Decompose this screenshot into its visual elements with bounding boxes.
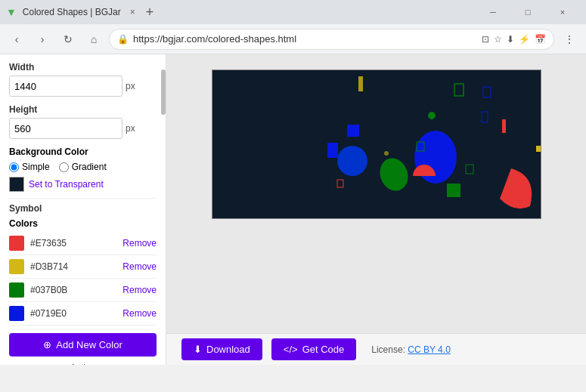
color-left-2: #037B0B: [9, 282, 67, 298]
main-content: ⬇ Download </> Get Code License: CC BY 4…: [166, 54, 586, 365]
remove-color-0[interactable]: Remove: [122, 238, 157, 248]
color-left-1: #D3B714: [9, 259, 68, 274]
minimize-button[interactable]: ─: [476, 0, 510, 24]
download-label: Download: [206, 344, 250, 355]
color-row-0: #E73635 Remove: [9, 232, 157, 255]
forward-button[interactable]: ›: [32, 29, 53, 50]
close-button[interactable]: ×: [545, 0, 580, 24]
width-input[interactable]: [9, 76, 122, 97]
svg-rect-13: [347, 125, 359, 137]
home-button[interactable]: ⌂: [83, 29, 104, 50]
color-row-1: #D3B714 Remove: [9, 255, 157, 279]
color-row-2: #037B0B Remove: [9, 279, 157, 302]
color-row-3: #0719E0 Remove: [9, 302, 157, 326]
color-dot-2[interactable]: [9, 282, 24, 298]
tab-title: Colored Shapes | BGJar: [23, 7, 121, 17]
color-hex-0: #E73635: [30, 238, 67, 248]
svg-rect-8: [327, 143, 338, 158]
svg-point-16: [428, 112, 436, 119]
colors-label: Colors: [9, 218, 157, 229]
height-input-row: px: [9, 118, 157, 139]
gradient-radio-input[interactable]: [59, 162, 69, 172]
width-group: Width px: [9, 62, 157, 97]
remove-color-2[interactable]: Remove: [122, 285, 157, 295]
back-button[interactable]: ‹: [6, 29, 27, 50]
gradient-radio[interactable]: Gradient: [59, 162, 107, 172]
new-tab-button[interactable]: +: [146, 5, 154, 20]
height-unit: px: [126, 123, 135, 134]
license-link[interactable]: CC BY 4.0: [408, 344, 450, 355]
canvas-svg: [212, 70, 541, 219]
svg-rect-1: [454, 84, 464, 96]
svg-point-15: [384, 151, 389, 156]
gradient-label: Gradient: [72, 162, 107, 172]
svg-point-6: [337, 146, 367, 176]
cast-icon: ⊡: [482, 34, 489, 45]
maximize-button[interactable]: □: [510, 0, 545, 24]
color-dot-3[interactable]: [9, 306, 24, 321]
simple-radio-input[interactable]: [9, 162, 19, 172]
bg-radio-row: Simple Gradient: [9, 162, 157, 172]
add-color-label: Add New Color: [56, 339, 122, 350]
colors-section: Colors #E73635 Remove #D3B714 Remove #: [9, 218, 157, 357]
star-icon[interactable]: ☆: [494, 34, 502, 45]
height-label: Height: [9, 104, 157, 115]
add-color-icon: ⊕: [43, 339, 51, 350]
address-bar: ‹ › ↻ ⌂ 🔒 https://bgjar.com/colored-shap…: [0, 24, 586, 54]
get-code-button[interactable]: </> Get Code: [271, 338, 356, 360]
scrollbar-thumb[interactable]: [161, 69, 166, 115]
reload-button[interactable]: ↻: [57, 29, 79, 50]
code-label: Get Code: [302, 344, 345, 355]
url-text: https://bgjar.com/colored-shapes.html: [133, 33, 474, 45]
color-dot-1[interactable]: [9, 259, 24, 274]
svg-rect-2: [502, 119, 506, 133]
color-left-3: #0719E0: [9, 306, 67, 321]
transparent-label: Set to Transparent: [29, 179, 104, 190]
app-container: Width px Height px Background Color Simp…: [0, 54, 586, 365]
height-input[interactable]: [9, 118, 122, 139]
svg-rect-12: [337, 180, 343, 187]
bg-color-section: Background Color Simple Gradient Set to …: [9, 147, 157, 192]
color-left-0: #E73635: [9, 236, 67, 251]
simple-radio[interactable]: Simple: [9, 162, 50, 172]
bg-color-swatch: [9, 177, 24, 192]
window-controls: ─ □ ×: [476, 0, 580, 24]
extension-icon: ⚡: [519, 34, 530, 45]
favicon: ▼: [6, 6, 17, 18]
symbol-section-title: Symbol: [9, 198, 157, 217]
code-icon: </>: [284, 344, 298, 355]
license-prefix: License:: [371, 344, 405, 355]
download-status-icon: ⬇: [507, 34, 514, 45]
calendar-icon: 📅: [535, 34, 546, 45]
svg-rect-3: [536, 146, 541, 152]
security-icon: 🔒: [117, 34, 129, 45]
download-icon: ⬇: [194, 344, 202, 355]
tab-close-btn[interactable]: ×: [130, 7, 135, 17]
remove-color-1[interactable]: Remove: [122, 261, 157, 272]
add-color-button[interactable]: ⊕ Add New Color: [9, 333, 157, 357]
svg-rect-0: [358, 76, 363, 91]
height-group: Height px: [9, 104, 157, 139]
transparent-button[interactable]: Set to Transparent: [9, 177, 104, 192]
bottom-bar: ⬇ Download </> Get Code License: CC BY 4…: [166, 333, 586, 365]
menu-button[interactable]: ⋮: [559, 29, 580, 50]
width-label: Width: [9, 62, 157, 73]
download-button[interactable]: ⬇ Download: [181, 338, 262, 360]
canvas-preview: [212, 69, 541, 219]
svg-point-7: [375, 154, 412, 195]
title-bar: ▼ Colored Shapes | BGJar × + ─ □ ×: [0, 0, 586, 24]
color-hex-2: #037B0B: [30, 285, 67, 295]
color-hex-1: #D3B714: [30, 261, 68, 272]
width-input-row: px: [9, 76, 157, 97]
color-hex-3: #0719E0: [30, 308, 67, 319]
svg-rect-17: [483, 87, 491, 97]
svg-rect-9: [447, 184, 460, 197]
remove-color-3[interactable]: Remove: [122, 308, 157, 319]
color-dot-0[interactable]: [9, 236, 24, 251]
svg-rect-11: [466, 165, 473, 174]
url-bar-icons: ⊡ ☆ ⬇ ⚡ 📅: [482, 34, 546, 45]
bg-color-label: Background Color: [9, 147, 157, 157]
action-section: Action ↺ Regenerate: [9, 363, 157, 365]
url-bar[interactable]: 🔒 https://bgjar.com/colored-shapes.html …: [109, 29, 554, 50]
sidebar: Width px Height px Background Color Simp…: [0, 54, 166, 365]
